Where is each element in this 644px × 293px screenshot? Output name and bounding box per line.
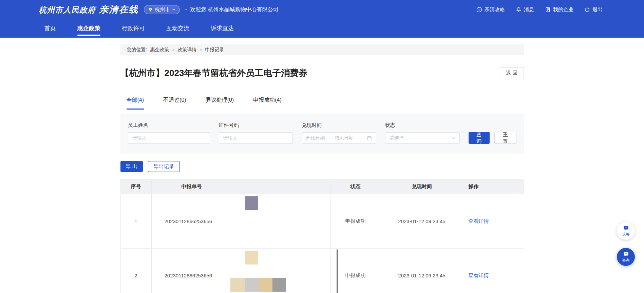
brand-logo-text: 亲清在线 bbox=[99, 3, 138, 16]
column-header-status: 状态 bbox=[330, 179, 381, 194]
column-header-redeem-time: 兑现时间 bbox=[381, 179, 463, 194]
filter-id-number: 证件号码 bbox=[219, 122, 293, 144]
row-status-cell: 申报成功 bbox=[330, 249, 381, 293]
row-order-no-cell: 20230112866253656 bbox=[151, 249, 330, 293]
tab-success[interactable]: 申报成功(4) bbox=[253, 97, 282, 110]
status-select-placeholder: 请选择 bbox=[390, 135, 404, 141]
order-number: 20230112866253656 bbox=[165, 273, 212, 278]
site-logo: 杭州市人民政府 亲清在线 bbox=[39, 3, 138, 16]
float-guide-label: 攻略 bbox=[622, 232, 630, 237]
page-title: 【杭州市】2023年春节留杭省外员工电子消费券 bbox=[120, 67, 308, 79]
date-range-picker[interactable]: 开始日期 ~ 结束日期 bbox=[302, 132, 376, 144]
nav-item-policies[interactable]: 惠企政策 bbox=[77, 19, 100, 38]
bell-icon bbox=[516, 7, 522, 13]
row-status: 申报成功 bbox=[330, 194, 381, 249]
guide-link[interactable]: ? 亲清攻略 bbox=[476, 6, 505, 13]
breadcrumb-separator: > bbox=[172, 47, 174, 52]
back-button[interactable]: 返 回 bbox=[500, 67, 524, 79]
view-detail-link[interactable]: 查看详情 bbox=[469, 272, 489, 278]
welcome-company: 欢迎您 杭州水晶城购物中心有限公司 bbox=[190, 6, 278, 13]
gov-logo-text: 杭州市人民政府 bbox=[39, 5, 96, 15]
employee-name-label: 员工姓名 bbox=[128, 122, 210, 129]
column-header-index: 序号 bbox=[120, 179, 151, 194]
main-content: 您的位置: 惠企政策 > 政策详情 > 申报记录 【杭州市】2023年春节留杭省… bbox=[120, 44, 524, 293]
logout-link[interactable]: 退出 bbox=[584, 6, 603, 13]
welcome-text: · 欢迎您 杭州水晶城购物中心有限公司 bbox=[185, 6, 279, 13]
filter-redeem-time: 兑现时间 开始日期 ~ 结束日期 bbox=[302, 122, 376, 144]
id-number-input[interactable] bbox=[219, 132, 293, 144]
export-records-button[interactable]: 导出记录 bbox=[148, 161, 180, 172]
breadcrumb-item-policy-detail[interactable]: 政策详情 bbox=[177, 47, 196, 53]
tab-rejected[interactable]: 不通过(0) bbox=[163, 97, 186, 110]
row-action-cell: 查看详情 bbox=[463, 249, 524, 293]
float-consult-label: 咨询 bbox=[622, 258, 630, 263]
float-consult-button[interactable]: 咨询 bbox=[617, 248, 635, 266]
tab-objection[interactable]: 异议处理(0) bbox=[206, 97, 234, 110]
row-index: 1 bbox=[120, 194, 151, 249]
column-header-action: 操作 bbox=[463, 179, 524, 194]
svg-text:?: ? bbox=[478, 7, 480, 11]
breadcrumb-item-current: 申报记录 bbox=[205, 47, 224, 53]
select-chevron-icon bbox=[451, 137, 455, 139]
redaction-block bbox=[245, 251, 258, 265]
status-label: 状态 bbox=[385, 122, 460, 129]
export-button[interactable]: 导 出 bbox=[120, 161, 143, 172]
redaction-block bbox=[337, 249, 338, 293]
guide-chat-icon bbox=[623, 225, 629, 231]
city-selector[interactable]: 杭州市 bbox=[144, 5, 180, 14]
id-number-label: 证件号码 bbox=[219, 122, 293, 129]
nav-item-home[interactable]: 首页 bbox=[44, 19, 56, 38]
question-circle-icon: ? bbox=[476, 7, 482, 13]
guide-link-label: 亲清攻略 bbox=[485, 6, 505, 13]
redeem-time-label: 兑现时间 bbox=[302, 122, 376, 129]
messages-link-label: 消息 bbox=[524, 6, 534, 13]
top-header: 杭州市人民政府 亲清在线 杭州市 · 欢迎您 杭州水晶城购物中心有限公司 ? 亲… bbox=[0, 0, 644, 19]
messages-link[interactable]: 消息 bbox=[516, 6, 534, 13]
row-redeem-time: 2023-01-12 09:23:45 bbox=[381, 194, 463, 249]
city-label: 杭州市 bbox=[155, 6, 170, 13]
row-redeem-time: 2023-01-12 09:23:45 bbox=[381, 249, 463, 293]
consult-chat-icon bbox=[623, 251, 629, 257]
reset-button[interactable]: 重 置 bbox=[494, 132, 516, 144]
welcome-dot: · bbox=[185, 6, 187, 13]
row-order-no-cell: 20230112866253656 bbox=[151, 194, 330, 249]
enterprise-icon bbox=[545, 7, 551, 13]
my-enterprise-link-label: 我的企业 bbox=[553, 6, 573, 13]
row-action-cell: 查看详情 bbox=[463, 194, 524, 249]
status-select[interactable]: 请选择 bbox=[385, 132, 460, 144]
tab-all[interactable]: 全部(4) bbox=[127, 97, 144, 110]
records-table: 序号 申报单号 状态 兑现时间 操作 1 20230112866253656 申… bbox=[120, 179, 524, 293]
table-header-row: 序号 申报单号 状态 兑现时间 操作 bbox=[120, 179, 524, 194]
logout-link-label: 退出 bbox=[592, 6, 603, 13]
main-nav: 首页 惠企政策 行政许可 互动交流 诉求直达 bbox=[0, 19, 644, 38]
filter-status: 状态 请选择 bbox=[385, 122, 460, 144]
breadcrumb-item-policies[interactable]: 惠企政策 bbox=[150, 47, 169, 53]
filter-panel: 员工姓名 证件号码 兑现时间 开始日期 ~ 结束日期 状态 请选择 bbox=[120, 114, 524, 154]
end-date-placeholder: 结束日期 bbox=[335, 135, 354, 141]
float-guide-button[interactable]: 攻略 bbox=[617, 222, 635, 240]
employee-name-input[interactable] bbox=[128, 132, 210, 144]
redaction-block bbox=[230, 278, 286, 292]
table-row: 1 20230112866253656 申报成功 2023-01-12 09:2… bbox=[120, 194, 524, 249]
order-number: 20230112866253656 bbox=[165, 218, 212, 224]
nav-item-appeals[interactable]: 诉求直达 bbox=[211, 19, 234, 38]
breadcrumb-prefix: 您的位置: bbox=[127, 47, 147, 53]
power-icon bbox=[584, 7, 590, 13]
table-row: 2 20230112866253656 申报成功 2023-01-12 09:2… bbox=[120, 249, 524, 293]
breadcrumb: 您的位置: 惠企政策 > 政策详情 > 申报记录 bbox=[120, 44, 524, 55]
chevron-down-icon bbox=[172, 8, 175, 11]
search-button[interactable]: 查 询 bbox=[469, 132, 490, 144]
calendar-icon bbox=[367, 136, 372, 141]
view-detail-link[interactable]: 查看详情 bbox=[469, 218, 489, 224]
start-date-placeholder: 开始日期 bbox=[306, 135, 325, 141]
row-index: 2 bbox=[120, 249, 151, 293]
nav-item-licensing[interactable]: 行政许可 bbox=[122, 19, 145, 38]
my-enterprise-link[interactable]: 我的企业 bbox=[545, 6, 573, 13]
location-pin-icon bbox=[148, 7, 153, 12]
export-actions: 导 出 导出记录 bbox=[120, 161, 524, 172]
redaction-block bbox=[245, 196, 258, 210]
breadcrumb-separator: > bbox=[200, 47, 202, 52]
nav-item-interaction[interactable]: 互动交流 bbox=[166, 19, 189, 38]
status-tabs: 全部(4) 不通过(0) 异议处理(0) 申报成功(4) bbox=[120, 90, 524, 110]
column-header-order-no: 申报单号 bbox=[151, 179, 330, 194]
